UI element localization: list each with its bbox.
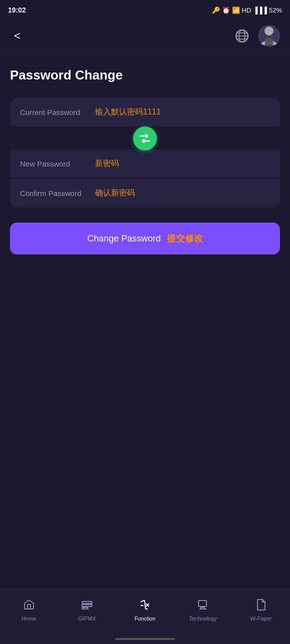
home-icon (23, 598, 35, 614)
swap-button[interactable] (133, 126, 157, 150)
nav-label-gipmx: GIPMX (78, 616, 96, 622)
nav-label-wpaper: W-Paper (250, 616, 272, 622)
back-button[interactable]: < (10, 28, 24, 44)
avatar[interactable] (258, 25, 280, 47)
svg-point-5 (264, 26, 274, 36)
new-password-hint[interactable]: 新密码 (95, 158, 119, 169)
nav-right (234, 25, 280, 47)
change-password-button[interactable]: Change Password 提交修改 (10, 222, 280, 254)
svg-rect-10 (82, 608, 88, 609)
globe-button[interactable] (234, 28, 250, 44)
nav-item-home[interactable]: Home (14, 598, 44, 622)
alarm-icon: ⏰ (222, 6, 230, 14)
hd-label: HD (242, 6, 252, 14)
nav-item-technology[interactable]: Technology (188, 598, 218, 622)
status-time: 19:02 (8, 6, 26, 14)
current-password-label: Current Password (20, 108, 95, 116)
battery-icon: 52% (269, 6, 282, 14)
new-password-label: New Password (20, 160, 95, 168)
swap-btn-wrapper (10, 126, 280, 150)
wpaper-icon (255, 598, 267, 614)
nav-item-wpaper[interactable]: W-Paper (246, 598, 276, 622)
home-indicator (0, 634, 290, 644)
page-title: Password Change (10, 68, 280, 83)
nav-item-gipmx[interactable]: GIPMX (72, 598, 102, 622)
confirm-password-row: Confirm Password 确认新密码 (10, 179, 280, 208)
new-password-row: New Password 新密码 (10, 150, 280, 178)
nav-item-function[interactable]: Function (130, 598, 160, 622)
current-password-row: Current Password 输入默认密码1111 (10, 98, 280, 126)
change-password-sub-label: 提交修改 (167, 232, 203, 244)
svg-rect-9 (82, 604, 92, 606)
technology-icon (197, 598, 209, 614)
current-password-hint[interactable]: 输入默认密码1111 (95, 107, 161, 118)
home-indicator-bar (115, 638, 175, 640)
key-icon: 🔑 (212, 6, 220, 14)
confirm-password-hint[interactable]: 确认新密码 (95, 188, 135, 198)
top-nav: < (0, 20, 290, 52)
nav-label-home: Home (22, 616, 36, 622)
nav-label-technology: Technology (189, 616, 217, 622)
gipmx-icon (81, 598, 93, 614)
bottom-nav: Home GIPMX Function (0, 589, 290, 634)
confirm-password-label: Confirm Password (20, 189, 95, 198)
svg-rect-8 (82, 602, 92, 604)
function-icon (139, 598, 151, 614)
status-icons: 🔑 ⏰ 📶 HD ▐▐▐ 52% (212, 6, 282, 14)
wifi-icon: 📶 (232, 6, 240, 14)
nav-label-function: Function (134, 616, 156, 622)
status-bar: 19:02 🔑 ⏰ 📶 HD ▐▐▐ 52% (0, 0, 290, 20)
signal-icon: ▐▐▐ (253, 6, 267, 14)
change-password-main-label: Change Password (87, 234, 160, 244)
svg-rect-11 (198, 600, 206, 606)
svg-rect-7 (266, 38, 272, 40)
main-content: Password Change Current Password 输入默认密码1… (0, 52, 290, 589)
